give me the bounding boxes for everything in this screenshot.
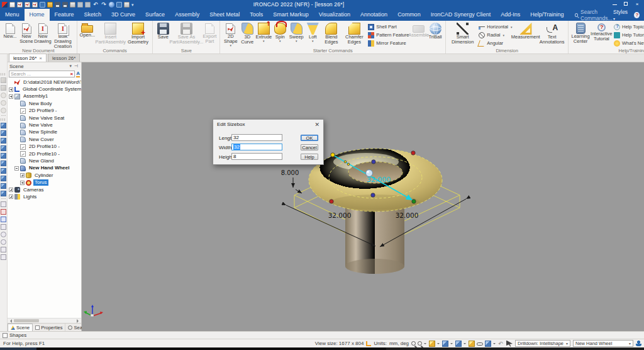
scene-search-input[interactable]: Search ... × [9, 71, 75, 77]
menu-tab-smart-markup[interactable]: Smart Markup [268, 9, 314, 21]
menu-tab-annotation[interactable]: Annotation [355, 9, 392, 21]
tree-item-new-gland[interactable]: New Gland [8, 157, 81, 164]
left-tool-tool-red-icon[interactable] [1, 209, 6, 215]
command-search[interactable]: Search Commands... [575, 9, 613, 21]
dialog-title-bar[interactable]: Edit Sizebox ✕ [213, 120, 323, 129]
left-tool-blue-cube-icon[interactable] [1, 138, 6, 144]
3d-curve-button[interactable]: 3D Curve [239, 21, 255, 45]
menu-tab-feature[interactable]: Feature [50, 9, 79, 21]
cancel-button[interactable]: Cancel [301, 144, 318, 150]
tree-item-assembly1[interactable]: Assembly1 [8, 93, 81, 100]
left-tool-tool-round-icon[interactable] [1, 232, 6, 237]
interactive-tutorial-button[interactable]: Interactive Tutorial [591, 21, 613, 42]
menu-tab-sketch[interactable]: Sketch [79, 9, 107, 21]
open-button[interactable]: Open... [79, 21, 96, 38]
tree-item-2d-profile9[interactable]: 2D Profile9 - [8, 108, 81, 115]
expand-toggle-icon[interactable] [14, 166, 19, 171]
length-input[interactable]: 32 [231, 134, 282, 141]
panel-tab-scene[interactable]: Scene [8, 324, 33, 331]
tree-item-cylinder[interactable]: Cylinder [8, 172, 81, 179]
tree-item-new-cover[interactable]: New Cover [8, 136, 81, 143]
pattern-feature-button[interactable]: Pattern Feature [367, 31, 410, 39]
help-icon[interactable]: ? [634, 12, 640, 18]
handle-yellow[interactable] [331, 153, 335, 157]
2d-shape-button[interactable]: 2D Shape▾ [222, 21, 239, 47]
document-tab[interactable]: lesson 26* [48, 54, 80, 62]
left-tool-blue-cube-icon[interactable] [1, 168, 6, 174]
view-cube-yellow-icon[interactable] [429, 341, 435, 347]
radial-button[interactable]: Radial▾ [477, 31, 513, 39]
view-cube-iso-icon[interactable] [485, 341, 491, 347]
view-cube-edit-icon[interactable] [469, 341, 475, 347]
menu-tab-3d-curve[interactable]: 3D Curve [106, 9, 140, 21]
left-tool-tool-icon[interactable] [1, 201, 6, 207]
tree-item-torus[interactable]: Torus [8, 179, 81, 186]
menu-tab-home[interactable]: Home [25, 9, 50, 21]
height-input[interactable]: 8 [231, 153, 282, 160]
handle-red-bottom[interactable] [330, 200, 333, 203]
shell-part-button[interactable]: Shell Part [367, 23, 410, 31]
caret-icon[interactable] [493, 341, 496, 347]
tree-item-cameras[interactable]: Cameras [8, 186, 81, 193]
close-tab-icon[interactable]: × [39, 54, 42, 62]
minimize-button[interactable] [611, 1, 618, 8]
menu-tab-menu[interactable]: Menu [0, 9, 25, 21]
tree-horizontal-scrollbar[interactable] [8, 318, 81, 323]
view-cube-blue-icon[interactable] [442, 341, 448, 347]
back-arrow-icon[interactable]: ↶ [498, 341, 504, 347]
left-tool-ghost-cube-icon[interactable] [1, 77, 6, 83]
expand-toggle-icon[interactable] [20, 173, 25, 178]
save-icon[interactable] [55, 2, 60, 8]
angular-button[interactable]: Angular [477, 39, 513, 47]
width-input[interactable]: 32 [231, 144, 282, 150]
drilldown-combo[interactable]: Drilldown: Intellishape▾ [515, 340, 570, 347]
handle-blue-top[interactable] [372, 160, 375, 164]
help-tutorials-button[interactable]: Help Tutorials [613, 31, 644, 39]
sweep-button[interactable]: Sweep▾ [288, 21, 304, 43]
tree-item-new-body[interactable]: New Body [8, 100, 81, 107]
document-tab[interactable]: lesson 26*× [9, 54, 47, 62]
left-tool-blue-cube-icon[interactable] [1, 161, 6, 166]
expand-toggle-icon[interactable] [9, 188, 13, 192]
menu-tab-tools[interactable]: Tools [245, 9, 268, 21]
viewport-canvas[interactable]: 8.000 32.000 32.000 32.000 [82, 62, 644, 331]
menu-tab-help-training[interactable]: Help/Training [525, 9, 569, 21]
blend-edges-button[interactable]: Blend Edges [321, 21, 341, 45]
extrude-button[interactable]: Extrude▾ [255, 21, 272, 43]
pointer-icon[interactable] [506, 341, 513, 347]
tree-item-global-coordinate-system[interactable]: Global Coordinate System [8, 86, 81, 93]
new-drawing-icon[interactable] [25, 2, 30, 8]
handle-blue-bottom[interactable] [371, 193, 375, 197]
smart-dimension-button[interactable]: Smart Dimension [448, 21, 477, 45]
pin-icon[interactable]: ⊣ [73, 64, 79, 69]
close-button[interactable]: × [634, 1, 640, 8]
what-s-new-button[interactable]: What's New [613, 39, 644, 47]
new-blue-icon[interactable] [40, 2, 45, 8]
menu-tab-common[interactable]: Common [392, 9, 426, 21]
text-annotations-button[interactable]: Text Annotations [538, 21, 566, 45]
horizontal-button[interactable]: Horizontal▾ [477, 23, 513, 31]
learning-center-button[interactable]: Learning Center [570, 21, 590, 45]
shapes-catalog-bar[interactable]: Shapes [0, 331, 644, 339]
zoom-in-icon[interactable] [411, 341, 416, 346]
measurement-button[interactable]: Measurement [514, 21, 538, 40]
caret-icon[interactable] [450, 341, 453, 347]
expand-toggle-icon[interactable] [20, 181, 25, 185]
left-tool-blue-cube-icon[interactable] [1, 183, 6, 189]
bulk-drawing-icon[interactable] [32, 2, 38, 8]
scrollbar-thumb[interactable] [14, 319, 39, 322]
clear-search-icon[interactable]: × [70, 71, 74, 77]
tree-item-2d-profile10[interactable]: 2D Profile10 - [8, 150, 81, 157]
dialog-close-icon[interactable]: ✕ [314, 121, 319, 128]
bulk-drawing-creation-button[interactable]: Bulk Drawing Creation [51, 21, 75, 50]
menu-tab-surface[interactable]: Surface [140, 9, 170, 21]
left-tool-tool-round-icon[interactable] [1, 239, 6, 245]
menu-tab-sheet-metal[interactable]: Sheet Metal [204, 9, 245, 21]
app-logo-icon[interactable] [2, 2, 8, 8]
new-scene-icon[interactable] [17, 2, 23, 8]
triball-button[interactable]: TriBall [427, 21, 443, 40]
tree-item-new-valve-seat[interactable]: New Valve Seat [8, 115, 81, 121]
tree-item-d-data-2018-new-word-tech-ne[interactable]: D:\data\2018 NEW\Word\TECH-NE [8, 79, 81, 86]
new-drawing-button[interactable]: New Drawing [35, 21, 51, 45]
left-tool-ghost-circle-icon[interactable] [1, 100, 6, 106]
